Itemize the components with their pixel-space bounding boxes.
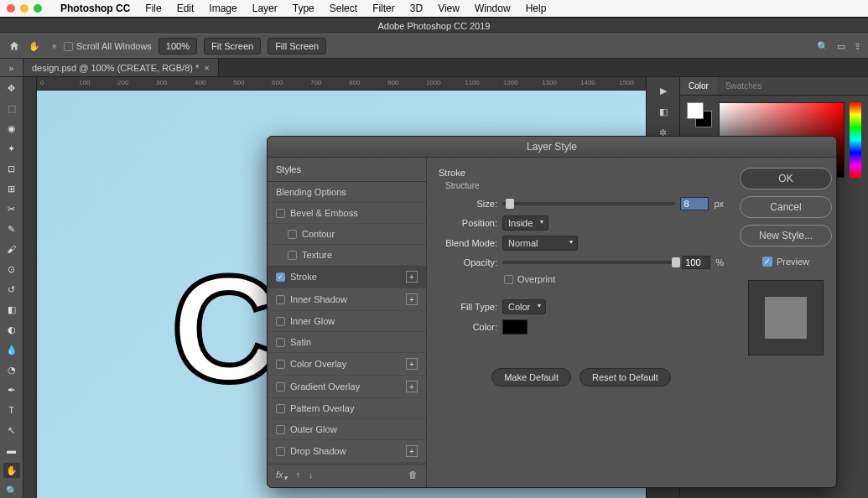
color-swatch[interactable] bbox=[502, 319, 528, 335]
eraser-tool-icon[interactable]: ◧ bbox=[3, 302, 20, 317]
style-row-satin[interactable]: Satin bbox=[268, 332, 426, 353]
size-slider[interactable] bbox=[502, 202, 675, 205]
scroll-all-checkbox[interactable]: Scroll All Windows bbox=[64, 41, 152, 51]
style-checkbox[interactable] bbox=[288, 251, 297, 260]
up-icon[interactable]: ↑ bbox=[296, 469, 301, 482]
style-row-contour[interactable]: Contour bbox=[268, 224, 426, 245]
menu-type[interactable]: Type bbox=[288, 3, 320, 14]
style-row-stroke[interactable]: ✓Stroke+ bbox=[268, 266, 426, 288]
position-select[interactable]: Inside bbox=[502, 215, 548, 231]
style-checkbox[interactable] bbox=[288, 230, 297, 239]
style-row-texture[interactable]: Texture bbox=[268, 245, 426, 266]
menu-view[interactable]: View bbox=[433, 3, 465, 14]
type-tool-icon[interactable]: T bbox=[3, 402, 20, 418]
menu-file[interactable]: File bbox=[140, 3, 166, 14]
frame-tool-icon[interactable]: ⊞ bbox=[3, 181, 20, 196]
make-default-button[interactable]: Make Default bbox=[491, 368, 571, 386]
menu-filter[interactable]: Filter bbox=[367, 3, 400, 14]
opacity-slider[interactable] bbox=[502, 261, 677, 264]
wand-tool-icon[interactable]: ✦ bbox=[3, 141, 20, 156]
hue-slider[interactable] bbox=[850, 102, 861, 178]
style-row-outer-glow[interactable]: Outer Glow bbox=[268, 419, 426, 440]
brush-tool-icon[interactable]: 🖌 bbox=[3, 241, 20, 257]
minimize-window-dot[interactable] bbox=[20, 4, 29, 13]
new-style-button[interactable]: New Style... bbox=[740, 225, 832, 246]
hand-tool-icon[interactable]: ✋ bbox=[29, 41, 45, 52]
fill-screen-button[interactable]: Fill Screen bbox=[268, 38, 326, 54]
style-row-inner-glow[interactable]: Inner Glow bbox=[268, 311, 426, 332]
app-name[interactable]: Photoshop CC bbox=[55, 3, 135, 14]
document-tab[interactable]: design.psd @ 100% (CREATE, RGB/8) * × bbox=[23, 59, 219, 76]
style-row-drop-shadow[interactable]: Drop Shadow+ bbox=[268, 440, 426, 463]
tab-swatches[interactable]: Swatches bbox=[717, 77, 770, 95]
maximize-window-dot[interactable] bbox=[34, 4, 42, 13]
style-checkbox[interactable]: ✓ bbox=[276, 272, 285, 282]
eyedropper-tool-icon[interactable]: ✂ bbox=[3, 201, 20, 216]
home-icon[interactable] bbox=[7, 39, 22, 54]
filltype-select[interactable]: Color bbox=[502, 299, 546, 314]
style-checkbox[interactable] bbox=[276, 425, 285, 434]
healing-tool-icon[interactable]: ✎ bbox=[3, 221, 20, 236]
play-icon[interactable]: ▶ bbox=[660, 86, 667, 96]
style-checkbox[interactable] bbox=[276, 382, 285, 392]
style-row-inner-shadow[interactable]: Inner Shadow+ bbox=[268, 288, 426, 311]
trash-icon[interactable]: 🗑 bbox=[408, 469, 418, 482]
menu-window[interactable]: Window bbox=[470, 3, 516, 14]
crop-tool-icon[interactable]: ⊡ bbox=[3, 161, 20, 176]
stamp-tool-icon[interactable]: ⊙ bbox=[3, 262, 20, 277]
hand-tool-icon[interactable]: ✋ bbox=[3, 463, 20, 478]
preview-checkbox[interactable]: ✓Preview bbox=[762, 257, 809, 267]
style-checkbox[interactable] bbox=[276, 295, 285, 304]
zoom-tool-icon[interactable]: 🔍 bbox=[3, 483, 20, 498]
style-row-bevel-emboss[interactable]: Bevel & Emboss bbox=[268, 203, 426, 224]
ok-button[interactable]: OK bbox=[740, 168, 832, 189]
close-window-dot[interactable] bbox=[7, 4, 15, 13]
menu-select[interactable]: Select bbox=[325, 3, 362, 14]
size-input[interactable]: 8 bbox=[680, 197, 709, 210]
menu-help[interactable]: Help bbox=[521, 3, 552, 14]
share-icon[interactable]: ⇪ bbox=[854, 41, 861, 52]
gradient-tool-icon[interactable]: ◐ bbox=[3, 322, 20, 337]
add-effect-icon[interactable]: + bbox=[406, 445, 418, 457]
menu-edit[interactable]: Edit bbox=[172, 3, 200, 14]
overprint-checkbox[interactable]: Overprint bbox=[504, 274, 724, 284]
history-icon[interactable]: ◧ bbox=[659, 106, 668, 117]
cancel-button[interactable]: Cancel bbox=[740, 196, 832, 218]
menu-3d[interactable]: 3D bbox=[405, 3, 428, 14]
zoom-level[interactable]: 100% bbox=[159, 38, 197, 54]
shape-tool-icon[interactable]: ▬ bbox=[3, 443, 20, 458]
style-checkbox[interactable] bbox=[276, 404, 285, 413]
lasso-tool-icon[interactable]: ◉ bbox=[3, 121, 20, 136]
reset-default-button[interactable]: Reset to Default bbox=[580, 368, 671, 386]
down-icon[interactable]: ↓ bbox=[309, 469, 314, 482]
add-effect-icon[interactable]: + bbox=[406, 271, 418, 283]
tab-color[interactable]: Color bbox=[680, 77, 717, 95]
style-checkbox[interactable] bbox=[276, 447, 285, 456]
history-brush-icon[interactable]: ↺ bbox=[3, 282, 20, 297]
fx-icon[interactable]: fx▾ bbox=[276, 469, 288, 482]
fg-bg-swatch[interactable] bbox=[687, 102, 714, 129]
style-checkbox[interactable] bbox=[276, 338, 285, 347]
foreground-color[interactable] bbox=[687, 102, 704, 119]
marquee-tool-icon[interactable]: ⬚ bbox=[3, 101, 20, 116]
blur-tool-icon[interactable]: 💧 bbox=[3, 342, 20, 357]
tab-overflow-icon[interactable]: » bbox=[0, 59, 23, 76]
style-row-pattern-overlay[interactable]: Pattern Overlay bbox=[268, 398, 426, 419]
close-tab-icon[interactable]: × bbox=[204, 63, 209, 73]
dodge-tool-icon[interactable]: ◔ bbox=[3, 362, 20, 377]
pen-tool-icon[interactable]: ✒ bbox=[3, 382, 20, 397]
menu-layer[interactable]: Layer bbox=[247, 3, 283, 14]
path-tool-icon[interactable]: ↖ bbox=[3, 423, 20, 438]
opacity-input[interactable]: 100 bbox=[682, 256, 710, 269]
blending-options-row[interactable]: Blending Options bbox=[268, 182, 426, 203]
menu-image[interactable]: Image bbox=[204, 3, 242, 14]
blend-mode-select[interactable]: Normal bbox=[502, 236, 578, 251]
add-effect-icon[interactable]: + bbox=[406, 381, 418, 392]
style-checkbox[interactable] bbox=[276, 209, 285, 218]
style-row-gradient-overlay[interactable]: Gradient Overlay+ bbox=[268, 376, 426, 398]
style-row-color-overlay[interactable]: Color Overlay+ bbox=[268, 353, 426, 376]
workspace-icon[interactable]: ▭ bbox=[837, 41, 845, 52]
style-checkbox[interactable] bbox=[276, 317, 285, 326]
fit-screen-button[interactable]: Fit Screen bbox=[204, 38, 261, 54]
search-icon[interactable]: 🔍 bbox=[817, 41, 829, 52]
